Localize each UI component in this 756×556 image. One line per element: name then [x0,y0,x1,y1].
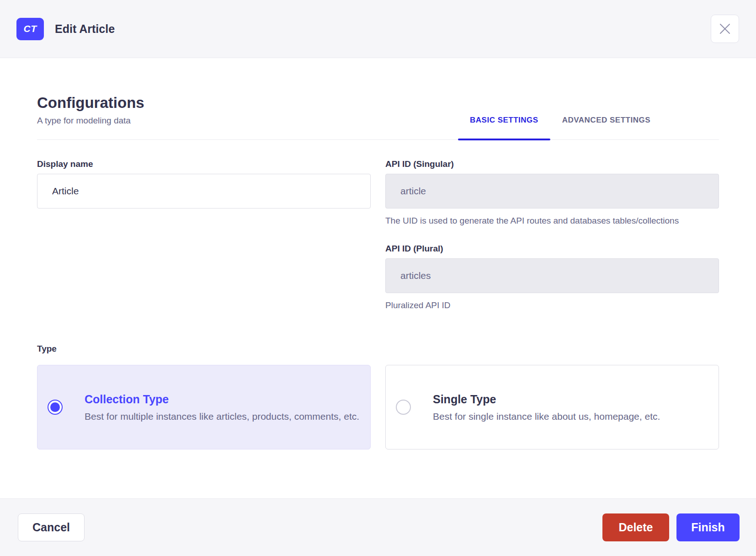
display-name-input[interactable] [37,174,371,208]
collection-type-title: Collection Type [85,391,359,407]
single-type-card[interactable]: Single Type Best for single instance lik… [385,365,719,449]
single-type-title: Single Type [433,391,660,407]
close-icon [719,23,731,35]
type-section: Type Collection Type Best for multiple i… [37,343,719,449]
api-id-plural-field: API ID (Plural) Pluralized API ID [385,243,719,312]
single-type-description: Best for single instance like about us, … [433,409,660,423]
page-subtitle: A type for modeling data [37,115,144,127]
delete-button[interactable]: Delete [602,513,669,541]
content-type-badge: CT [16,18,44,40]
single-type-radio[interactable] [396,400,411,415]
type-options: Collection Type Best for multiple instan… [37,365,719,449]
api-id-singular-hint: The UID is used to generate the API rout… [385,214,719,228]
modal-title: Edit Article [55,22,115,36]
api-id-singular-input [385,174,719,208]
configurations-header: Configurations A type for modeling data … [37,58,719,140]
api-id-singular-label: API ID (Singular) [385,159,719,170]
modal-body: Configurations A type for modeling data … [0,58,756,498]
cancel-button[interactable]: Cancel [18,513,85,541]
tab-advanced-settings[interactable]: ADVANCED SETTINGS [550,116,662,139]
collection-type-radio[interactable] [48,400,63,415]
page-title: Configurations [37,94,144,112]
type-label: Type [37,343,719,354]
api-id-singular-field: API ID (Singular) The UID is used to gen… [385,159,719,228]
single-type-text: Single Type Best for single instance lik… [433,391,660,423]
close-button[interactable] [711,15,739,43]
collection-type-description: Best for multiple instances like article… [85,409,359,423]
settings-tabs: BASIC SETTINGS ADVANCED SETTINGS [458,116,662,139]
display-name-label: Display name [37,159,371,170]
api-id-plural-label: API ID (Plural) [385,243,719,254]
api-id-plural-input [385,258,719,293]
collection-type-card[interactable]: Collection Type Best for multiple instan… [37,365,371,449]
modal-footer: Cancel Delete Finish [0,498,756,556]
tab-basic-settings[interactable]: BASIC SETTINGS [458,116,550,139]
api-id-column: API ID (Singular) The UID is used to gen… [385,159,719,312]
content-type-badge-label: CT [24,23,37,34]
collection-type-text: Collection Type Best for multiple instan… [85,391,359,423]
api-id-plural-hint: Pluralized API ID [385,299,719,312]
modal-header: CT Edit Article [0,0,756,58]
finish-button[interactable]: Finish [676,513,740,541]
configuration-form: Display name API ID (Singular) The UID i… [37,159,719,312]
display-name-field: Display name [37,159,371,312]
